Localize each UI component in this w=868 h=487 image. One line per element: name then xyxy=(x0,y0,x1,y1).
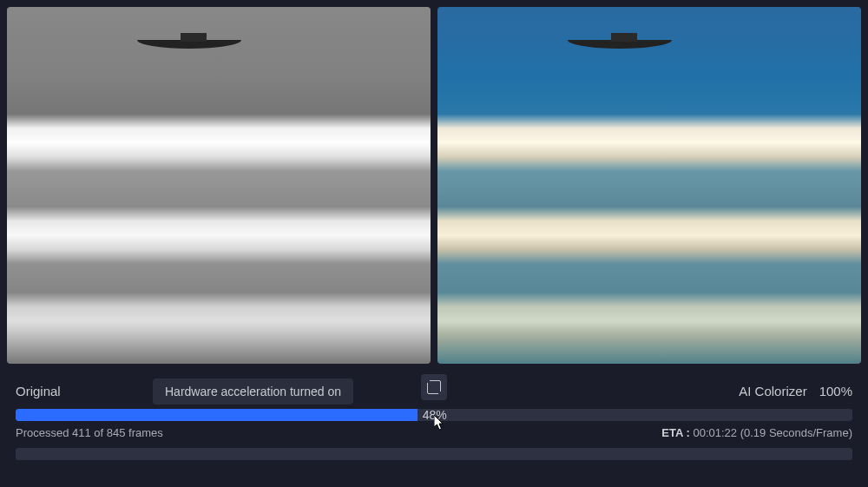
secondary-progress-bar[interactable] xyxy=(16,448,852,460)
fullscreen-compare-icon xyxy=(427,380,441,394)
original-preview[interactable] xyxy=(7,7,431,364)
boat-silhouette xyxy=(568,30,672,49)
status-row: Processed 411 of 845 frames ETA : 00:01:… xyxy=(16,426,852,439)
tooltip-text: Hardware acceleration turned on xyxy=(165,385,341,398)
original-label: Original xyxy=(16,384,61,398)
eta-text: ETA : 00:01:22 (0.19 Seconds/Frame) xyxy=(661,426,852,439)
labels-row: Original Hardware acceleration turned on… xyxy=(0,364,868,409)
processed-label-group: AI Colorizer 100% xyxy=(739,384,852,398)
boat-silhouette xyxy=(137,30,241,49)
compare-button[interactable] xyxy=(421,374,447,400)
progress-section: 48% Processed 411 of 845 frames ETA : 00… xyxy=(0,409,868,460)
zoom-level[interactable]: 100% xyxy=(819,384,852,398)
eta-value: 00:01:22 (0.19 Seconds/Frame) xyxy=(693,426,852,439)
frames-processed-text: Processed 411 of 845 frames xyxy=(16,426,163,439)
progress-fill xyxy=(16,409,418,421)
processed-label: AI Colorizer xyxy=(739,384,806,398)
processed-preview[interactable] xyxy=(437,7,861,364)
progress-bar[interactable]: 48% xyxy=(16,409,852,421)
eta-prefix: ETA : xyxy=(661,426,693,439)
progress-percent-label: 48% xyxy=(423,408,447,422)
preview-container xyxy=(0,0,868,364)
hw-accel-tooltip: Hardware acceleration turned on xyxy=(153,378,353,405)
